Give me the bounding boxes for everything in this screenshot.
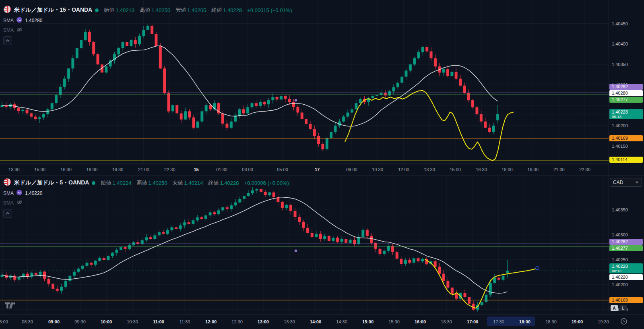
close-label: 終値: [211, 6, 222, 14]
time-axis-label: 19:30: [527, 167, 539, 172]
chart-legend-5m: 米ドル／加ドル・5・OANDA 始値 1.40224 高値 1.40250 安値…: [3, 178, 289, 218]
time-axis-label: 12:00: [398, 167, 409, 172]
price-badge: 1.40277: [609, 245, 643, 251]
time-axis-label: 14:30: [336, 319, 347, 324]
time-axis-label: 18:00: [519, 319, 530, 324]
legend-collapse-button[interactable]: [3, 36, 12, 45]
indicator-legend-sma-hidden[interactable]: SMA: [3, 27, 292, 34]
price-badge: 1.40277: [609, 97, 643, 103]
timezone-clock-icon[interactable]: [620, 318, 627, 325]
close-value: 1.40228: [223, 7, 242, 13]
time-axis-label: 11:00: [153, 319, 164, 324]
price-badge: 1.40282: [609, 239, 643, 245]
time-axis-label: 13:30: [424, 167, 435, 172]
signal-end-marker: [536, 267, 539, 270]
symbol-title[interactable]: 米ドル／加ドル・15・OANDA: [14, 6, 92, 14]
eye-off-icon[interactable]: [17, 27, 23, 34]
time-axis-label: 01:30: [216, 167, 227, 172]
time-axis-label: 22:30: [164, 167, 175, 172]
time-axis-label: 15:00: [450, 167, 461, 172]
price-axis-label: 1.40250: [612, 257, 628, 262]
indicator-legend-sma[interactable]: SMA 1.40220: [3, 190, 289, 197]
currency-selector-button[interactable]: CAD ▼: [610, 178, 642, 187]
price-axis-label: 1.40150: [612, 144, 628, 149]
sma-indicator-icon: [17, 17, 22, 24]
symbol-logo[interactable]: [3, 178, 11, 188]
eye-off-icon[interactable]: [17, 199, 23, 207]
symbol-title[interactable]: 米ドル／加ドル・5・OANDA: [14, 179, 89, 186]
symbol-logo[interactable]: [3, 5, 11, 15]
auto-scale-button[interactable]: A: [611, 305, 618, 311]
time-axis-5m[interactable]: 08:0008:3009:0009:3010:0010:3011:0011:30…: [0, 314, 644, 329]
price-axis-label: 1.40450: [612, 21, 628, 26]
time-axis-label: 13:30: [284, 319, 295, 324]
price-axis-label: 1.40200: [612, 123, 628, 128]
open-value: 1.40213: [116, 7, 134, 13]
time-axis-label: 08:30: [22, 319, 33, 324]
time-axis-label: 19:00: [572, 319, 583, 324]
high-value: 1.40250: [151, 7, 170, 13]
time-axis-label: 03:00: [242, 167, 253, 172]
chevron-up-icon: [6, 212, 10, 215]
price-axis-label: 1.40350: [612, 62, 628, 67]
time-axis-label: 09:30: [74, 319, 86, 324]
price-badge: 1.4022805:13: [609, 109, 643, 119]
time-axis-label: 17: [315, 167, 320, 172]
time-axis-label: 13:00: [258, 319, 269, 324]
legend-collapse-button[interactable]: [3, 209, 12, 218]
open-value: 1.40224: [112, 180, 131, 186]
price-badge: 1.40280: [609, 90, 643, 96]
price-axis-15m[interactable]: 1.404501.404001.403501.403001.402001.401…: [609, 0, 644, 176]
time-axis-15m[interactable]: 13:3015:0016:3018:0019:3021:0022:301501:…: [0, 163, 609, 176]
price-badge: 1.40169: [609, 297, 643, 303]
line-anchor-marker[interactable]: [294, 249, 297, 252]
chevron-down-icon: ▼: [635, 180, 639, 184]
line-anchor-marker[interactable]: [294, 99, 297, 102]
chevron-up-icon: [6, 39, 10, 42]
time-axis-label: 19:30: [598, 319, 609, 324]
time-axis-label: 18:00: [87, 167, 98, 172]
change-value: +0.00006 (+0.00%): [244, 180, 289, 186]
pane-divider[interactable]: [0, 176, 644, 176]
sma-indicator-icon: [17, 190, 22, 197]
market-status-icon: [95, 8, 99, 12]
time-axis-label: 13:30: [8, 167, 20, 172]
time-axis-label: 19:30: [112, 167, 124, 172]
time-axis-label: 17:30: [493, 319, 504, 324]
time-axis-label: 22:30: [579, 167, 590, 172]
price-badge: 1.40220: [609, 274, 643, 280]
currency-label: CAD: [613, 180, 623, 185]
open-label: 始値: [104, 6, 114, 14]
time-axis-label: 11:30: [180, 319, 190, 324]
signal-line[interactable]: [425, 259, 536, 308]
high-value: 1.40250: [148, 180, 167, 186]
high-label: 高値: [136, 179, 147, 186]
time-axis-label: 10:30: [127, 319, 138, 324]
log-scale-button[interactable]: L: [619, 305, 627, 311]
indicator-legend-sma-hidden[interactable]: SMA: [3, 199, 289, 207]
time-axis-label: 16:30: [476, 167, 487, 172]
close-label: 終値: [208, 179, 219, 186]
time-axis-label: 16:30: [60, 167, 72, 172]
price-badge: 1.40114: [609, 157, 643, 163]
change-value: +0.00015 (+0.01%): [247, 7, 292, 13]
price-axis-label: 1.40300: [612, 232, 628, 237]
chart-legend-15m: 米ドル／加ドル・15・OANDA 始値 1.40213 高値 1.40250 安…: [3, 6, 292, 45]
time-axis-label: 15:00: [34, 167, 45, 172]
open-label: 始値: [101, 179, 111, 186]
time-axis-label: 09:00: [48, 319, 60, 324]
high-label: 高値: [140, 6, 150, 14]
time-axis-label: 21:00: [553, 167, 565, 172]
time-axis-label: 08:00: [0, 319, 8, 324]
price-axis-5m[interactable]: 1.404001.403501.403001.402501.402001.401…: [609, 176, 644, 314]
trading-chart-workspace: 13:3015:0016:3018:0019:3021:0022:301501:…: [0, 0, 644, 329]
low-label: 安値: [172, 179, 183, 186]
time-axis-label: 12:00: [205, 319, 217, 324]
price-badge: 1.40282: [609, 84, 643, 90]
time-axis-label: 15:30: [388, 319, 400, 324]
price-badge: 1.4022800:13: [609, 263, 643, 273]
time-axis-label: 15:00: [362, 319, 374, 324]
time-axis-label: 18:00: [502, 167, 513, 172]
indicator-legend-sma[interactable]: SMA 1.40280: [3, 17, 292, 24]
tradingview-logo[interactable]: [5, 302, 16, 310]
